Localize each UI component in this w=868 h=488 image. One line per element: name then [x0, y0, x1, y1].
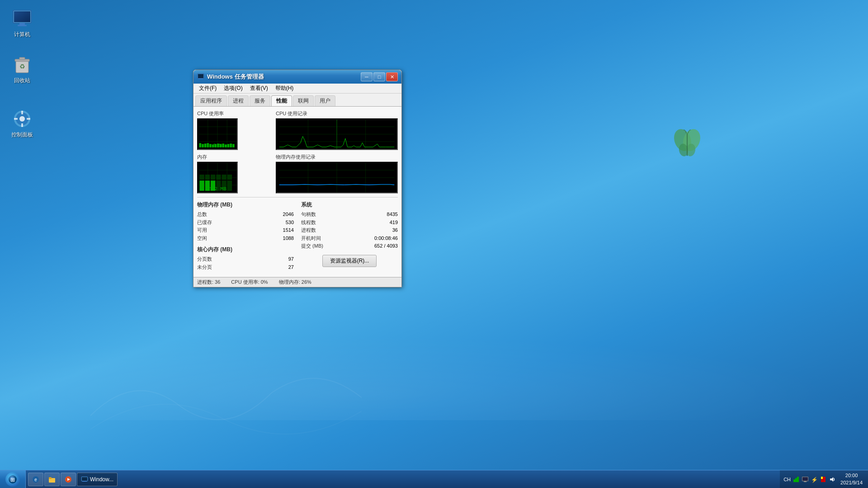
svg-rect-88: [797, 477, 799, 482]
cpu-row: CPU 使用率: [197, 110, 398, 150]
menu-view[interactable]: 查看(V): [246, 84, 272, 93]
svg-point-3: [685, 143, 697, 157]
network-icon: [793, 476, 800, 483]
cpu-history-label: CPU 使用记录: [276, 110, 398, 117]
svg-rect-94: [821, 477, 823, 479]
menu-file[interactable]: 文件(F): [195, 84, 220, 93]
tab-performance[interactable]: 性能: [271, 95, 292, 106]
sys-processes: 进程数 36: [301, 226, 398, 235]
taskmanager-taskbar-label: Window...: [90, 476, 113, 483]
cpu-usage-label: CPU 使用率: [197, 110, 270, 117]
phys-mem-cached: 已缓存 530: [197, 219, 294, 227]
mem-usage-label: 内存: [197, 154, 270, 160]
folder-icon: [48, 476, 56, 483]
status-memory: 物理内存: 26%: [279, 279, 311, 286]
taskbar-folder[interactable]: [44, 473, 60, 486]
performance-content: CPU 使用率: [193, 107, 401, 277]
svg-rect-18: [21, 123, 23, 127]
taskbar-taskmanager[interactable]: Window...: [77, 473, 118, 486]
taskbar: ⊞ e: [0, 470, 868, 488]
mem-usage-monitor: 532 MB: [197, 162, 238, 193]
sys-threads: 线程数 419: [301, 219, 398, 227]
mem-history-monitor: [276, 162, 398, 193]
desktop: 计算机 ♻ 回收站 控制面板: [0, 0, 868, 488]
maximize-button[interactable]: □: [373, 72, 385, 81]
svg-rect-7: [14, 11, 30, 22]
tab-processes[interactable]: 进程: [228, 95, 249, 106]
window-controls: ─ □ ✕: [361, 72, 398, 81]
cpu-history-monitor: [276, 118, 398, 150]
bluetooth-icon: ⚡: [811, 476, 818, 483]
stats-section: 物理内存 (MB) 总数 2046 已缓存 530 可用 1514 空闲: [197, 199, 398, 273]
menu-options[interactable]: 选项(O): [220, 84, 246, 93]
phys-mem-available: 可用 1514: [197, 226, 294, 235]
close-button[interactable]: ✕: [386, 72, 398, 81]
resource-monitor-button[interactable]: 资源监视器(R)...: [322, 255, 377, 267]
svg-rect-8: [19, 23, 25, 25]
system-stats-col: 系统 句柄数 8435 线程数 419 进程数 36 开机时间: [301, 201, 398, 272]
desktop-icon-recycle[interactable]: ♻ 回收站: [4, 52, 40, 86]
physical-mem-col: 物理内存 (MB) 总数 2046 已缓存 530 可用 1514 空闲: [197, 201, 294, 272]
svg-rect-87: [795, 478, 797, 482]
window-title: Windows 任务管理器: [207, 73, 361, 81]
recycle-icon: ♻: [11, 54, 33, 75]
cpu-usage-monitor: 0 %: [197, 118, 238, 150]
desktop-icon-control-panel[interactable]: 控制面板: [4, 106, 40, 141]
taskbar-ie[interactable]: e: [28, 473, 43, 486]
tab-applications[interactable]: 应用程序: [195, 95, 227, 106]
svg-rect-65: [211, 174, 215, 179]
svg-rect-85: [82, 481, 87, 482]
svg-rect-90: [802, 477, 808, 481]
tab-users[interactable]: 用户: [315, 95, 335, 106]
svg-rect-80: [49, 477, 52, 479]
physical-mem-title: 物理内存 (MB): [197, 201, 294, 209]
cpu-percent: 0 %: [198, 143, 237, 148]
svg-rect-19: [14, 118, 18, 120]
clock[interactable]: 20:00 2021/9/14: [839, 472, 864, 486]
sys-uptime: 开机时间 0:00:08:46: [301, 235, 398, 243]
desktop-icon-computer[interactable]: 计算机: [4, 6, 40, 40]
svg-rect-91: [804, 481, 807, 482]
taskbar-media[interactable]: [61, 473, 76, 486]
status-processes: 进程数: 36: [197, 279, 220, 286]
phys-mem-free: 空闲 1088: [197, 235, 294, 243]
status-bar: 进程数: 36 CPU 使用率: 0% 物理内存: 26%: [193, 277, 401, 287]
lang-indicator[interactable]: CH: [783, 477, 791, 482]
menu-bar: 文件(F) 选项(O) 查看(V) 帮助(H): [193, 84, 401, 94]
cpu-history-section: CPU 使用记录: [276, 110, 398, 150]
title-bar[interactable]: Windows 任务管理器 ─ □ ✕: [193, 70, 401, 84]
minimize-button[interactable]: ─: [361, 72, 373, 81]
clock-time: 20:00: [845, 472, 858, 479]
tab-services[interactable]: 服务: [250, 95, 270, 106]
system-title: 系统: [301, 201, 398, 209]
status-cpu: CPU 使用率: 0%: [231, 279, 268, 286]
kernel-nonpaged: 未分页 27: [197, 263, 294, 272]
taskbar-right: CH ⚡: [780, 470, 868, 488]
svg-point-0: [674, 127, 694, 153]
recycle-icon-label: 回收站: [14, 77, 30, 84]
tab-network[interactable]: 联网: [293, 95, 314, 106]
mem-usage-section: 内存: [197, 154, 270, 193]
clock-date: 2021/9/14: [840, 479, 863, 486]
menu-help[interactable]: 帮助(H): [272, 84, 297, 93]
svg-point-16: [19, 116, 25, 122]
cpu-usage-section: CPU 使用率: [197, 110, 270, 150]
tab-bar: 应用程序 进程 服务 性能 联网 用户: [193, 94, 401, 107]
sys-commit: 提交 (MB) 652 / 4093: [301, 242, 398, 250]
ie-icon: e: [32, 476, 39, 483]
svg-rect-66: [216, 174, 221, 179]
monitor-icon: [802, 476, 809, 483]
svg-rect-12: [19, 57, 25, 60]
svg-rect-64: [205, 174, 210, 179]
taskmanager-icon: [197, 73, 204, 80]
computer-icon-label: 计算机: [14, 31, 30, 38]
svg-rect-9: [18, 25, 27, 26]
svg-text:⊞: ⊞: [10, 477, 15, 483]
control-panel-icon: [11, 108, 33, 130]
taskbar-items: e: [26, 470, 780, 488]
svg-rect-22: [198, 74, 203, 78]
memory-row: 内存: [197, 154, 398, 193]
svg-text:♻: ♻: [19, 63, 25, 70]
svg-text:⚡: ⚡: [811, 476, 818, 483]
start-button[interactable]: ⊞: [0, 470, 26, 488]
